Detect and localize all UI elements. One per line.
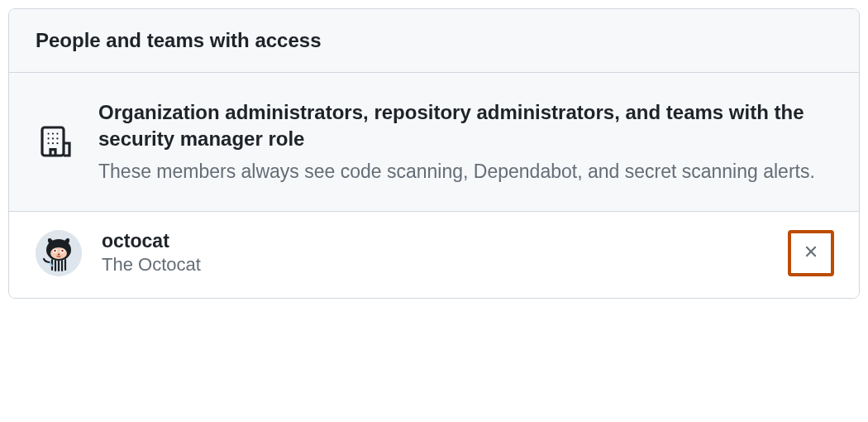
panel-title: People and teams with access (36, 29, 832, 52)
svg-point-8 (52, 143, 54, 145)
default-access-description: These members always see code scanning, … (98, 158, 832, 185)
access-panel: People and teams with access Organizatio… (8, 8, 860, 299)
svg-point-6 (56, 138, 58, 140)
svg-rect-0 (42, 127, 64, 156)
svg-point-7 (48, 143, 50, 145)
svg-point-16 (61, 250, 64, 252)
avatar[interactable] (36, 230, 82, 276)
svg-point-1 (48, 133, 50, 135)
default-access-text: Organization administrators, repository … (98, 99, 832, 185)
svg-point-9 (56, 143, 58, 145)
user-display-name: The Octocat (102, 254, 789, 276)
user-text: octocat The Octocat (102, 230, 789, 276)
organization-icon (36, 122, 75, 161)
panel-header: People and teams with access (9, 9, 859, 73)
default-access-heading: Organization administrators, repository … (98, 99, 832, 153)
svg-point-5 (52, 138, 54, 140)
svg-point-3 (56, 133, 58, 135)
close-icon (802, 242, 820, 263)
user-login[interactable]: octocat (102, 230, 789, 252)
remove-user-button[interactable] (789, 232, 832, 275)
svg-point-2 (52, 133, 54, 135)
user-row: octocat The Octocat (9, 212, 859, 298)
default-access-info: Organization administrators, repository … (9, 73, 859, 212)
svg-point-17 (58, 253, 60, 255)
svg-point-15 (54, 250, 56, 252)
svg-point-4 (48, 138, 50, 140)
